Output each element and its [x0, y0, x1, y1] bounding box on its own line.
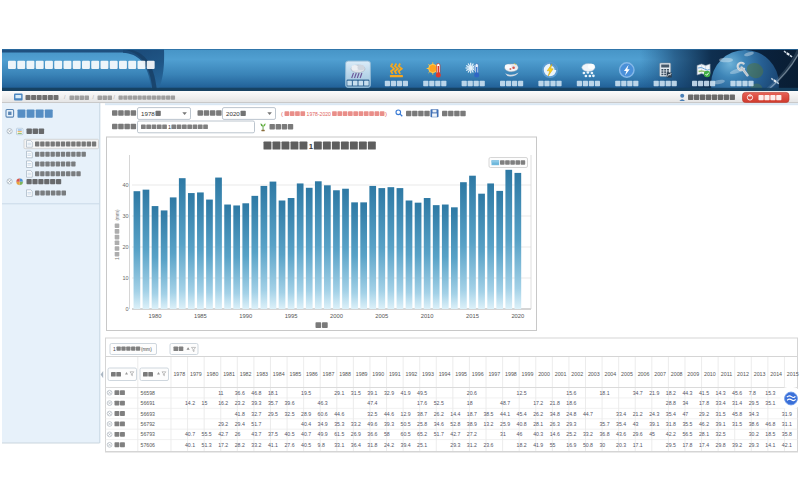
svg-text:45: 45 — [649, 431, 655, 437]
svg-text:1999: 1999 — [522, 371, 534, 377]
svg-text:29.3: 29.3 — [566, 421, 576, 427]
svg-text:39.6: 39.6 — [284, 400, 294, 406]
svg-text:56598: 56598 — [141, 390, 156, 396]
svg-text:16.9: 16.9 — [566, 442, 576, 448]
svg-text:49.9: 49.9 — [318, 431, 328, 437]
svg-text:23.2: 23.2 — [235, 400, 245, 406]
svg-text:1978: 1978 — [173, 371, 185, 377]
svg-text:56792: 56792 — [141, 421, 156, 427]
svg-text:40.7: 40.7 — [185, 431, 195, 437]
svg-text:20.3: 20.3 — [616, 442, 626, 448]
svg-text:35.8: 35.8 — [782, 431, 792, 437]
svg-text:31.1: 31.1 — [782, 421, 792, 427]
svg-text:18.1: 18.1 — [268, 390, 278, 396]
svg-text:61.5: 61.5 — [334, 431, 344, 437]
svg-text:29.4: 29.4 — [235, 421, 245, 427]
svg-text:31: 31 — [500, 431, 506, 437]
svg-text:26.3: 26.3 — [550, 421, 560, 427]
svg-text:32.7: 32.7 — [251, 411, 261, 417]
svg-text:26.9: 26.9 — [351, 431, 361, 437]
svg-text:14.1: 14.1 — [765, 442, 775, 448]
svg-text:(: ( — [281, 111, 283, 117]
svg-text:17.2: 17.2 — [533, 400, 543, 406]
svg-text:35.4: 35.4 — [666, 411, 676, 417]
svg-text:21.9: 21.9 — [649, 390, 659, 396]
svg-text:44.7: 44.7 — [583, 411, 593, 417]
svg-text:42.7: 42.7 — [218, 431, 228, 437]
svg-text:2012: 2012 — [737, 371, 749, 377]
svg-text:32.5: 32.5 — [716, 431, 726, 437]
svg-text:17.6: 17.6 — [417, 400, 427, 406]
svg-text:1: 1 — [309, 142, 314, 151]
svg-text:38.9: 38.9 — [467, 421, 477, 427]
svg-text:25.8: 25.8 — [417, 421, 427, 427]
svg-text:38.5: 38.5 — [483, 411, 493, 417]
svg-text:1: 1 — [113, 347, 116, 352]
svg-text:17.2: 17.2 — [218, 442, 228, 448]
svg-text:39.1: 39.1 — [716, 421, 726, 427]
svg-text:56691: 56691 — [141, 400, 156, 406]
svg-text:57606: 57606 — [141, 442, 156, 448]
svg-text:23.6: 23.6 — [483, 442, 493, 448]
svg-text:55.5: 55.5 — [202, 431, 212, 437]
svg-text:27.2: 27.2 — [467, 431, 477, 437]
svg-text:17.8: 17.8 — [682, 442, 692, 448]
svg-text:1982: 1982 — [240, 371, 252, 377]
svg-text:35.4: 35.4 — [616, 421, 626, 427]
svg-text:21.8: 21.8 — [550, 400, 560, 406]
svg-text:28.2: 28.2 — [235, 442, 245, 448]
svg-text:45.6: 45.6 — [732, 390, 742, 396]
svg-text:29.3: 29.3 — [749, 442, 759, 448]
svg-text:40.5: 40.5 — [284, 431, 294, 437]
svg-text:32.5: 32.5 — [367, 411, 377, 417]
svg-text:2010: 2010 — [704, 371, 716, 377]
svg-text:38.6: 38.6 — [749, 421, 759, 427]
svg-text:41.5: 41.5 — [699, 390, 709, 396]
svg-text:32.9: 32.9 — [384, 390, 394, 396]
svg-text:1981: 1981 — [223, 371, 235, 377]
svg-text:1997: 1997 — [488, 371, 500, 377]
svg-text:14.2: 14.2 — [185, 400, 195, 406]
svg-text:44.6: 44.6 — [384, 411, 394, 417]
svg-text:26.2: 26.2 — [434, 411, 444, 417]
svg-text:1978-2020: 1978-2020 — [307, 111, 332, 117]
svg-text:27.6: 27.6 — [284, 442, 294, 448]
svg-text:39.3: 39.3 — [251, 400, 261, 406]
svg-text:18.2: 18.2 — [666, 390, 676, 396]
svg-text:36.6: 36.6 — [235, 390, 245, 396]
svg-text:40.5: 40.5 — [301, 442, 311, 448]
svg-text:2008: 2008 — [671, 371, 683, 377]
svg-text:40.7: 40.7 — [301, 431, 311, 437]
svg-text:29.8: 29.8 — [716, 442, 726, 448]
svg-text:1986: 1986 — [306, 371, 318, 377]
svg-text:1987: 1987 — [323, 371, 335, 377]
svg-text:2020: 2020 — [226, 110, 240, 117]
svg-text:2005: 2005 — [621, 371, 633, 377]
svg-text:39.1: 39.1 — [367, 390, 377, 396]
svg-text:47.4: 47.4 — [367, 400, 377, 406]
svg-text:35.1: 35.1 — [765, 400, 775, 406]
svg-text:41.9: 41.9 — [401, 390, 411, 396]
svg-text:39.3: 39.3 — [384, 421, 394, 427]
svg-text:36.6: 36.6 — [367, 431, 377, 437]
svg-text:43.6: 43.6 — [616, 431, 626, 437]
svg-text:2010: 2010 — [421, 313, 434, 319]
svg-text:25.1: 25.1 — [417, 442, 427, 448]
svg-text:24.8: 24.8 — [566, 411, 576, 417]
svg-text:1995: 1995 — [455, 371, 467, 377]
svg-text:1991: 1991 — [389, 371, 401, 377]
svg-text:): ) — [385, 111, 387, 117]
svg-text:24.2: 24.2 — [384, 442, 394, 448]
svg-text:1998: 1998 — [505, 371, 517, 377]
svg-text:38.7: 38.7 — [417, 411, 427, 417]
svg-text:32.5: 32.5 — [284, 411, 294, 417]
svg-text:1: 1 — [114, 257, 120, 260]
svg-text:2003: 2003 — [588, 371, 600, 377]
svg-text:56793: 56793 — [141, 431, 156, 437]
svg-text:39.2: 39.2 — [732, 442, 742, 448]
svg-text:40: 40 — [122, 182, 128, 188]
svg-text:17.1: 17.1 — [633, 442, 643, 448]
svg-text:37.5: 37.5 — [268, 431, 278, 437]
svg-text:65.2: 65.2 — [417, 431, 427, 437]
svg-text:34.3: 34.3 — [749, 411, 759, 417]
